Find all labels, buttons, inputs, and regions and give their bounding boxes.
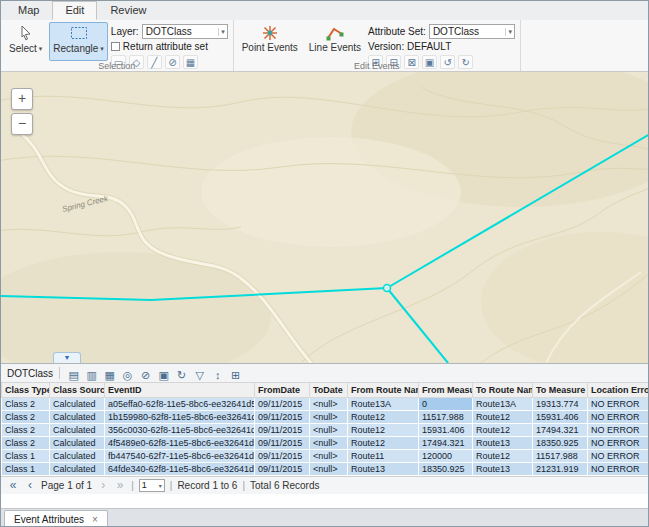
table-cell[interactable]: <null> xyxy=(310,462,348,475)
table-cell[interactable]: Route13 xyxy=(473,436,533,449)
table-row[interactable]: Class 1Calculated64fde340-62f8-11e5-8bc6… xyxy=(2,462,649,475)
column-header[interactable]: Class Type xyxy=(2,383,50,397)
previous-page-button[interactable]: ‹ xyxy=(24,479,36,491)
next-page-button[interactable]: › xyxy=(97,479,109,491)
save-edits-icon[interactable]: ▣ xyxy=(156,367,171,381)
table-cell[interactable]: a05effa0-62f8-11e5-8bc6-ee32641d5ec9 xyxy=(105,397,255,410)
table-cell[interactable]: fb447540-62f7-11e5-8bc6-ee32641d5ec9 xyxy=(105,449,255,462)
refresh-icon[interactable]: ↻ xyxy=(174,367,189,381)
table-row[interactable]: Class 2Calculated4f5489e0-62f8-11e5-8bc6… xyxy=(2,436,649,449)
first-page-button[interactable]: « xyxy=(7,479,19,491)
point-events-button[interactable]: Point Events xyxy=(238,22,302,61)
table-cell[interactable]: Route12 xyxy=(473,423,533,436)
table-cell[interactable]: Route13 xyxy=(473,462,533,475)
table-cell[interactable]: 09/11/2015 xyxy=(255,436,310,449)
table-cell[interactable]: Route12 xyxy=(348,436,419,449)
table-cell[interactable]: 356c0030-62f8-11e5-8bc6-ee32641d5ec9 xyxy=(105,423,255,436)
last-page-button[interactable]: » xyxy=(114,479,126,491)
filter-icon[interactable]: ▽ xyxy=(192,367,207,381)
table-cell[interactable]: 09/11/2015 xyxy=(255,397,310,410)
tab-map[interactable]: Map xyxy=(5,1,52,20)
table-cell[interactable]: 64fde340-62f8-11e5-8bc6-ee32641d5ec9 xyxy=(105,462,255,475)
table-cell[interactable]: Route13A xyxy=(348,397,419,410)
tab-edit[interactable]: Edit xyxy=(52,1,97,20)
table-cell[interactable]: 19313.774 xyxy=(533,397,588,410)
table-cell[interactable]: Class 2 xyxy=(2,397,50,410)
table-cell[interactable]: 15931.406 xyxy=(419,423,473,436)
table-cell[interactable]: 15931.406 xyxy=(533,410,588,423)
table-cell[interactable]: <null> xyxy=(310,397,348,410)
collapse-panel-arrow[interactable]: ▼ xyxy=(53,352,81,363)
table-row[interactable]: Class 2Calculateda05effa0-62f8-11e5-8bc6… xyxy=(2,397,649,410)
map-canvas[interactable]: Spring Creek + − ▼ xyxy=(1,72,648,363)
table-cell[interactable]: Calculated xyxy=(50,423,105,436)
show-selected-records-icon[interactable]: ▦ xyxy=(102,367,117,381)
column-header[interactable]: FromDate xyxy=(255,383,310,397)
table-cell[interactable]: <null> xyxy=(310,449,348,462)
table-cell[interactable]: Class 2 xyxy=(2,423,50,436)
sort-icon[interactable]: ↕ xyxy=(210,367,225,381)
table-cell[interactable]: 120000 xyxy=(419,449,473,462)
column-header[interactable]: From Measure xyxy=(419,383,473,397)
column-header[interactable]: ToDate xyxy=(310,383,348,397)
column-header[interactable]: From Route Name xyxy=(348,383,419,397)
zoom-to-selection-icon[interactable]: ◎ xyxy=(120,367,135,381)
table-cell[interactable]: NO ERROR xyxy=(588,423,649,436)
table-cell[interactable]: Calculated xyxy=(50,462,105,475)
table-cell[interactable]: NO ERROR xyxy=(588,449,649,462)
table-cell[interactable]: NO ERROR xyxy=(588,462,649,475)
attribute-set-icon[interactable]: ▤ xyxy=(66,367,81,381)
table-cell[interactable]: Route12 xyxy=(348,423,419,436)
table-cell[interactable]: 18350.925 xyxy=(419,462,473,475)
table-cell[interactable]: Route11 xyxy=(348,449,419,462)
attribute-set-dropdown[interactable]: DOTClass ▾ xyxy=(429,24,515,39)
table-cell[interactable]: <null> xyxy=(310,423,348,436)
table-cell[interactable]: Class 1 xyxy=(2,449,50,462)
return-attribute-set-checkbox[interactable] xyxy=(111,42,120,51)
table-cell[interactable]: Class 2 xyxy=(2,436,50,449)
table-cell[interactable]: NO ERROR xyxy=(588,397,649,410)
table-cell[interactable]: <null> xyxy=(310,436,348,449)
table-cell[interactable]: 1b159980-62f8-11e5-8bc6-ee32641d5ec9 xyxy=(105,410,255,423)
table-cell[interactable]: 17494.321 xyxy=(533,423,588,436)
column-header[interactable]: Class Source xyxy=(50,383,105,397)
close-tab-icon[interactable]: × xyxy=(92,515,98,525)
table-cell[interactable]: NO ERROR xyxy=(588,410,649,423)
clear-selection-icon[interactable]: ⊘ xyxy=(138,367,153,381)
table-cell[interactable]: Route12 xyxy=(348,410,419,423)
table-cell[interactable]: Route12 xyxy=(473,449,533,462)
column-header[interactable]: EventID xyxy=(105,383,255,397)
column-header[interactable]: To Measure xyxy=(533,383,588,397)
select-button[interactable]: Select▾ xyxy=(5,22,46,61)
show-all-records-icon[interactable]: ▥ xyxy=(84,367,99,381)
table-cell[interactable]: 0 xyxy=(419,397,473,410)
table-cell[interactable]: 4f5489e0-62f8-11e5-8bc6-ee32641d5ec9 xyxy=(105,436,255,449)
zoom-in-button[interactable]: + xyxy=(11,88,33,110)
line-events-button[interactable]: Line Events xyxy=(305,22,365,61)
table-cell[interactable]: 09/11/2015 xyxy=(255,449,310,462)
column-header[interactable]: To Route Name xyxy=(473,383,533,397)
table-cell[interactable]: Route13A xyxy=(473,397,533,410)
table-cell[interactable]: 11517.988 xyxy=(533,449,588,462)
table-cell[interactable]: Calculated xyxy=(50,436,105,449)
table-cell[interactable]: 18350.925 xyxy=(533,436,588,449)
table-cell[interactable]: 09/11/2015 xyxy=(255,423,310,436)
rectangle-select-button[interactable]: Rectangle▾ xyxy=(49,22,108,61)
table-cell[interactable]: Class 2 xyxy=(2,410,50,423)
table-row[interactable]: Class 2Calculated356c0030-62f8-11e5-8bc6… xyxy=(2,423,649,436)
table-cell[interactable]: 09/11/2015 xyxy=(255,410,310,423)
table-cell[interactable]: Calculated xyxy=(50,410,105,423)
table-cell[interactable]: 21231.919 xyxy=(533,462,588,475)
tab-event-attributes[interactable]: Event Attributes × xyxy=(4,510,108,527)
table-row[interactable]: Class 2Calculated1b159980-62f8-11e5-8bc6… xyxy=(2,410,649,423)
column-header[interactable]: Location Error xyxy=(588,383,649,397)
layer-dropdown[interactable]: DOTClass ▾ xyxy=(142,24,228,39)
table-cell[interactable]: 09/11/2015 xyxy=(255,462,310,475)
table-cell[interactable]: Route13 xyxy=(348,462,419,475)
table-cell[interactable]: Calculated xyxy=(50,397,105,410)
table-cell[interactable]: Route12 xyxy=(473,410,533,423)
zoom-out-button[interactable]: − xyxy=(11,113,33,135)
table-cell[interactable]: Calculated xyxy=(50,449,105,462)
table-cell[interactable]: NO ERROR xyxy=(588,436,649,449)
table-cell[interactable]: 11517.988 xyxy=(419,410,473,423)
